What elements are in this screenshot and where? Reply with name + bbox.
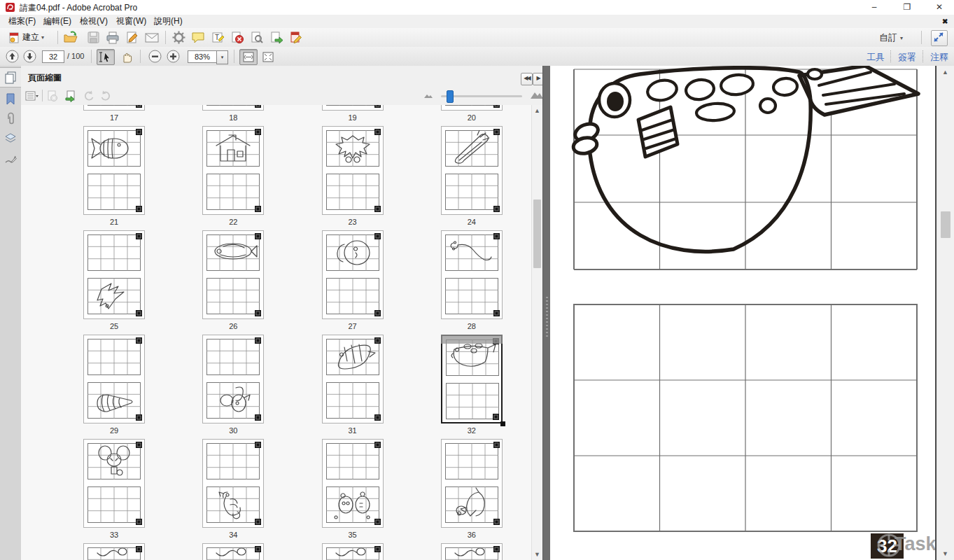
close-button[interactable]: ✕ — [927, 0, 951, 15]
page-thumbnail-20[interactable] — [441, 105, 503, 111]
collapse-panel-button[interactable]: ◀◀ — [521, 73, 533, 85]
page-thumbnail-30[interactable] — [202, 335, 264, 424]
zoom-dropdown-button[interactable]: ▾ — [216, 50, 228, 64]
page-tag-marker — [255, 105, 261, 108]
page-thumbnail-37[interactable] — [83, 543, 145, 560]
edit-pdf-icon[interactable] — [288, 30, 304, 45]
scroll-up-icon[interactable]: ▲ — [532, 106, 542, 115]
hand-tool-button[interactable] — [118, 49, 136, 65]
page-thumbnail-21[interactable] — [83, 126, 145, 215]
menu-help[interactable]: 說明(H) — [150, 16, 187, 27]
visible-area-indicator[interactable] — [441, 335, 503, 344]
thumbnail-options-icon[interactable] — [25, 90, 39, 102]
page-thumbnail-31[interactable] — [322, 335, 384, 424]
zoom-out-button[interactable] — [148, 50, 162, 63]
send-email-icon[interactable] — [144, 30, 160, 45]
page-thumbnail-28[interactable] — [441, 230, 503, 319]
create-pdf-icon — [8, 31, 20, 44]
page-thumbnail-35[interactable] — [322, 439, 384, 528]
scroll-down-icon[interactable]: ▼ — [940, 549, 951, 559]
scroll-up-icon[interactable]: ▲ — [940, 67, 951, 77]
page-thumbnail-19[interactable] — [322, 105, 384, 111]
page-tag-marker — [493, 310, 500, 316]
page-thumbnail-17[interactable] — [83, 105, 145, 111]
toolbar-close-icon[interactable]: ✖ — [938, 16, 952, 27]
page-thumbnail-39[interactable] — [322, 543, 384, 560]
scrolling-mode-button[interactable] — [239, 49, 258, 65]
menu-window[interactable]: 視窗(W) — [112, 16, 150, 27]
page-thumbnail-40[interactable] — [441, 543, 503, 560]
open-file-icon[interactable] — [63, 30, 78, 45]
divider-grip[interactable] — [546, 297, 548, 339]
search-document-icon[interactable] — [249, 30, 265, 45]
page-thumbnail-36[interactable] — [441, 439, 503, 528]
comment-link[interactable]: 注釋 — [930, 51, 948, 64]
page-thumbnail-label: 29 — [110, 426, 118, 435]
page-thumbnail-26[interactable] — [202, 230, 264, 319]
page-thumbnail-25[interactable] — [83, 230, 145, 319]
export-document-icon[interactable] — [269, 30, 284, 45]
comment-bubble-icon[interactable] — [190, 30, 206, 45]
sign-link[interactable]: 簽署 — [898, 51, 916, 64]
thumbnail-row: 17181920 — [21, 105, 531, 126]
thumbnail-cell: 20 — [412, 105, 531, 126]
chevron-down-icon: ▾ — [900, 35, 903, 41]
menu-view[interactable]: 檢視(V) — [76, 16, 112, 27]
create-pdf-button[interactable]: 建立 ▾ — [6, 30, 47, 45]
sign-document-icon[interactable] — [125, 30, 140, 45]
page-thumbnail-34[interactable] — [202, 439, 264, 528]
page-thumbnails-tab[interactable] — [0, 67, 21, 88]
page-thumbnail-label: 32 — [468, 426, 476, 435]
delete-page-icon[interactable] — [46, 90, 60, 102]
page-thumbnail-38[interactable] — [202, 543, 264, 560]
page-thumbnail-27[interactable] — [322, 230, 384, 319]
insert-page-icon[interactable] — [64, 90, 78, 102]
bookmarks-tab[interactable] — [0, 90, 21, 108]
page-number-input[interactable]: 32 — [42, 50, 64, 63]
page-thumbnail-23[interactable] — [322, 126, 384, 215]
save-file-icon[interactable] — [85, 30, 101, 45]
page-thumbnail-18[interactable] — [202, 105, 264, 111]
previous-page-button[interactable] — [6, 50, 19, 63]
page-tag-marker — [136, 519, 142, 525]
menu-file[interactable]: 檔案(F) — [4, 16, 40, 27]
customize-button[interactable]: 自訂 ▾ — [879, 31, 903, 44]
page-tag-marker — [493, 233, 500, 239]
page-thumbnail-22[interactable] — [202, 126, 264, 215]
remove-ocr-icon[interactable] — [230, 30, 245, 45]
rotate-ccw-icon[interactable] — [83, 90, 97, 102]
signatures-tab[interactable] — [0, 150, 21, 169]
acrobat-window: 請畫04.pdf - Adobe Acrobat Pro – ❐ ✕ 檔案(F)… — [0, 0, 954, 560]
thumb-grid-top — [445, 234, 498, 273]
select-tool-button[interactable] — [97, 49, 115, 65]
thumb-grid-bottom — [87, 382, 141, 421]
page-tag-marker — [374, 310, 381, 316]
zoom-level-input[interactable]: 83% — [188, 50, 217, 63]
page-thumbnail-33[interactable] — [83, 439, 145, 528]
gear-icon[interactable] — [171, 30, 186, 45]
tools-link[interactable]: 工具 — [867, 51, 885, 64]
thumb-grid-bottom — [445, 105, 498, 108]
document-view[interactable]: 32 Tasker — [550, 66, 937, 560]
page-thumbnail-29[interactable] — [83, 335, 145, 424]
panel-scrollbar-thumb[interactable] — [533, 200, 541, 268]
restore-button[interactable]: ❐ — [895, 0, 919, 15]
menu-edit[interactable]: 編輯(E) — [39, 16, 76, 27]
document-scrollbar[interactable]: ▲ ▼ — [937, 66, 954, 560]
thumbnail-size-slider-handle[interactable] — [447, 90, 454, 103]
document-scrollbar-thumb[interactable] — [941, 211, 951, 238]
zoom-in-button[interactable] — [167, 50, 180, 63]
rotate-cw-icon[interactable] — [99, 90, 113, 102]
page-thumbnail-24[interactable] — [441, 126, 503, 215]
fit-page-button[interactable] — [259, 49, 277, 65]
print-icon[interactable] — [105, 30, 120, 45]
layers-tab[interactable] — [0, 129, 21, 148]
scroll-down-icon[interactable]: ▼ — [532, 550, 542, 559]
attachments-tab[interactable] — [0, 109, 21, 128]
minimize-button[interactable]: – — [862, 0, 886, 15]
highlight-text-icon[interactable]: T — [210, 30, 225, 45]
next-page-button[interactable] — [23, 50, 36, 63]
panel-scrollbar[interactable]: ▲ ▼ — [531, 105, 542, 560]
share-panel-icon[interactable] — [931, 30, 948, 46]
page-thumbnail-32[interactable] — [441, 335, 503, 424]
